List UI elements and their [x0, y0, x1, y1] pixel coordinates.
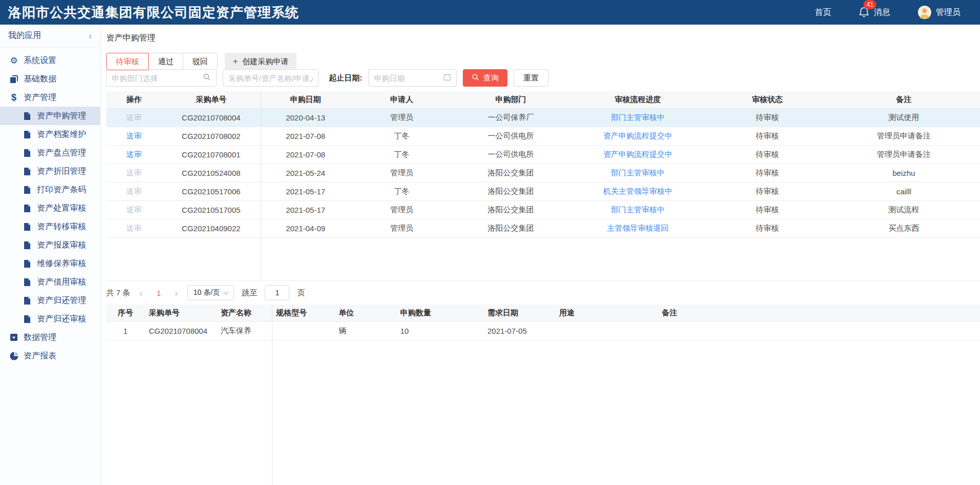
- page-size-select[interactable]: 10 条/页: [187, 285, 234, 300]
- detail-row[interactable]: 1 CG20210708004 汽车保养 辆 10 2021-07-05: [106, 321, 980, 340]
- fixed-column-divider: [272, 305, 272, 485]
- date-picker[interactable]: [368, 69, 457, 87]
- submit-review-link[interactable]: 送审: [126, 205, 142, 214]
- menu-label: 资产管理: [24, 92, 56, 103]
- cell-asset-name: 汽车保养: [217, 321, 272, 340]
- menu-label: 系统设置: [24, 55, 56, 66]
- sidebar-item-data-management[interactable]: 数据管理: [0, 328, 100, 347]
- file-icon: [23, 204, 32, 213]
- cell-order-no: CG20210708004: [145, 321, 217, 340]
- sidebar-item-asset-scrap[interactable]: 资产报废审核: [0, 236, 100, 254]
- file-icon: [23, 296, 32, 305]
- sidebar-item-asset-depreciation[interactable]: 资产折旧管理: [0, 162, 100, 180]
- fixed-column-divider: [261, 91, 261, 279]
- current-page[interactable]: 1: [152, 289, 165, 297]
- col-action: 操作: [106, 91, 162, 108]
- menu-label: 资产归还审核: [37, 314, 86, 325]
- submit-review-link[interactable]: 送审: [126, 224, 142, 232]
- progress-link[interactable]: 部门主管审核中: [611, 168, 665, 177]
- sidebar-item-asset-archive[interactable]: 资产档案维护: [0, 125, 100, 144]
- menu-label: 资产处置审核: [37, 203, 86, 214]
- create-purchase-label: 创建采购申请: [242, 57, 288, 67]
- prev-page-icon[interactable]: ‹: [138, 288, 145, 298]
- jump-label: 跳至: [242, 288, 257, 298]
- table-row[interactable]: 送审 CG20210524008 2021-05-24 管理员 洛阳公交集团 部…: [106, 164, 980, 182]
- department-select[interactable]: [106, 69, 217, 87]
- menu-label: 资产报表: [24, 351, 56, 361]
- table-row[interactable]: 送审 CG20210708001 2021-07-08 丁冬 一公司供电所 资产…: [106, 145, 980, 164]
- sidebar-item-asset-return-review[interactable]: 资产归还审核: [0, 310, 100, 328]
- sidebar-item-asset-inventory[interactable]: 资产盘点管理: [0, 144, 100, 162]
- submit-review-link[interactable]: 送审: [126, 131, 142, 140]
- menu-label: 基础数据: [24, 74, 56, 85]
- sidebar-item-asset-disposal[interactable]: 资产处置审核: [0, 199, 100, 217]
- cell-spec: [272, 321, 335, 340]
- cell-action: 送审: [106, 200, 162, 219]
- tab-rejected[interactable]: 驳回: [183, 53, 218, 70]
- filter-bar: 起止日期: 查询 重置: [106, 69, 548, 87]
- tab-passed[interactable]: 通过: [148, 53, 183, 70]
- home-link[interactable]: 首页: [815, 7, 831, 18]
- sidebar-item-system-settings[interactable]: ⚙ 系统设置: [0, 51, 100, 70]
- progress-link[interactable]: 资产申购流程提交中: [603, 150, 673, 158]
- col-spec: 规格型号: [272, 305, 335, 321]
- cell-order-no: CG20210517006: [162, 182, 261, 200]
- keyword-input[interactable]: [228, 74, 313, 83]
- plus-icon: +: [233, 57, 238, 66]
- submit-review-link[interactable]: 送审: [126, 150, 142, 158]
- create-purchase-button[interactable]: + 创建采购申请: [225, 53, 297, 70]
- sidebar-item-maintenance-review[interactable]: 维修保养审核: [0, 254, 100, 273]
- table-row[interactable]: 送审 CG20210708004 2020-04-13 管理员 一公司保养厂 部…: [106, 108, 980, 127]
- sidebar-item-print-barcode[interactable]: 打印资产条码: [0, 180, 100, 199]
- cell-progress: 部门主管审核中: [569, 108, 707, 127]
- cell-applicant: 管理员: [350, 219, 453, 237]
- reset-button[interactable]: 重置: [514, 69, 548, 87]
- progress-link[interactable]: 资产申购流程提交中: [603, 131, 673, 140]
- messages-link[interactable]: 41 消息: [859, 7, 890, 18]
- table-row[interactable]: 送审 CG20210517006 2021-05-17 丁冬 洛阳公交集团 机关…: [106, 182, 980, 200]
- search-button[interactable]: 查询: [463, 69, 507, 87]
- submit-review-link[interactable]: 送审: [126, 113, 142, 122]
- cell-action: 送审: [106, 127, 162, 145]
- date-input[interactable]: [374, 74, 440, 83]
- sidebar-item-base-data[interactable]: 基础数据: [0, 70, 100, 88]
- cell-applicant: 管理员: [350, 164, 453, 182]
- cell-dept: 一公司保养厂: [453, 108, 569, 127]
- sidebar-item-asset-borrow[interactable]: 资产借用审核: [0, 273, 100, 291]
- department-select-input[interactable]: [112, 74, 200, 83]
- keyword-search[interactable]: [223, 69, 319, 87]
- cell-date: 2021-05-24: [261, 164, 350, 182]
- table-row[interactable]: 送审 CG20210409022 2021-04-09 管理员 洛阳公交集团 主…: [106, 219, 980, 237]
- cell-progress: 部门主管审核中: [569, 164, 707, 182]
- progress-link[interactable]: 部门主管审核中: [611, 205, 665, 214]
- progress-link[interactable]: 部门主管审核中: [611, 113, 665, 122]
- progress-link[interactable]: 机关主管领导审核中: [603, 187, 673, 195]
- table-row[interactable]: 送审 CG20210517005 2021-05-17 管理员 洛阳公交集团 部…: [106, 200, 980, 219]
- tab-pending[interactable]: 待审核: [106, 53, 149, 70]
- user-menu[interactable]: 管理员: [918, 6, 961, 19]
- jump-page-input[interactable]: [265, 285, 289, 300]
- sidebar-item-asset-return-mgmt[interactable]: 资产归还管理: [0, 291, 100, 310]
- sidebar-item-asset-reports[interactable]: 资产报表: [0, 347, 100, 365]
- col-remark: 备注: [658, 305, 980, 321]
- sidebar-item-asset-purchase[interactable]: 资产申购管理: [0, 107, 100, 125]
- cell-action: 送审: [106, 182, 162, 200]
- cell-dept: 洛阳公交集团: [453, 219, 569, 237]
- sidebar-item-asset-transfer[interactable]: 资产转移审核: [0, 217, 100, 236]
- cell-status: 待审核: [707, 200, 828, 219]
- cell-index: 1: [106, 321, 145, 340]
- progress-link[interactable]: 主管领导审核退回: [607, 224, 669, 232]
- sidebar-header: 我的应用 ‹: [0, 25, 100, 47]
- menu-label: 资产申购管理: [37, 111, 86, 122]
- cell-dept: 一公司供电所: [453, 127, 569, 145]
- sidebar-item-asset-management[interactable]: $ 资产管理: [0, 88, 100, 107]
- cell-remark: beizhu: [828, 164, 980, 182]
- collapse-sidebar-icon[interactable]: ‹: [89, 31, 92, 41]
- next-page-icon[interactable]: ›: [173, 288, 180, 298]
- table-row[interactable]: 送审 CG20210708002 2021-07-08 丁冬 一公司供电所 资产…: [106, 127, 980, 145]
- submit-review-link[interactable]: 送审: [126, 187, 142, 195]
- submit-review-link[interactable]: 送审: [126, 168, 142, 177]
- bell-icon[interactable]: 41: [859, 7, 869, 18]
- cell-order-no: CG20210524008: [162, 164, 261, 182]
- copy-icon: [9, 75, 18, 84]
